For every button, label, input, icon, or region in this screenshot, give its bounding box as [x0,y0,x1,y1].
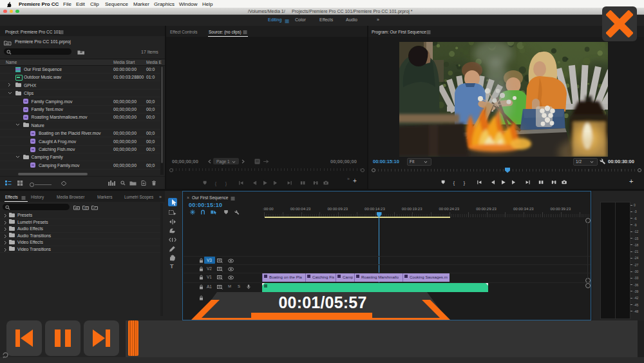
svg-text:}: } [225,181,227,186]
svg-text:{: { [453,181,455,186]
svg-text:}: } [464,181,466,186]
svg-text:32: 32 [84,206,88,210]
svg-text:{: { [215,181,217,186]
